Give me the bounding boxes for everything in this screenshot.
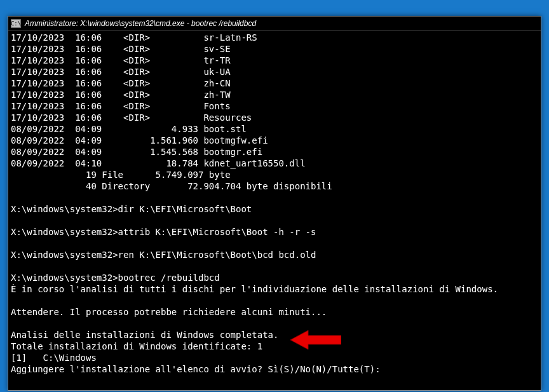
cmd-window: C:\ Amministratore: X:\windows\system32\… xyxy=(8,16,541,391)
cmd-3: ren K:\EFI\Microsoft\Boot\bcd bcd.old xyxy=(118,250,316,260)
prompt-3: X:\windows\system32> xyxy=(11,250,118,260)
summary-dirs: 40 Directory 72.904.704 byte disponibili xyxy=(11,181,332,191)
summary-files: 19 File 5.749.097 byte xyxy=(11,170,231,180)
cmd-2: attrib K:\EFI\Microsoft\Boot -h -r -s xyxy=(118,227,316,237)
msg-install-item: [1] C:\Windows xyxy=(11,353,97,363)
prompt-1: X:\windows\system32> xyxy=(11,204,118,214)
dir-listing: 17/10/2023 16:06 <DIR> sr-Latn-RS 17/10/… xyxy=(11,32,538,169)
msg-total: Totale installazioni di Windows identifi… xyxy=(11,341,262,351)
msg-wait: Attendere. Il processo potrebbe richiede… xyxy=(11,307,327,317)
msg-scan: È in corso l'analisi di tutti i dischi p… xyxy=(11,284,498,294)
cmd-1: dir K:\EFI\Microsoft\Boot xyxy=(118,204,252,214)
msg-add-prompt: Aggiungere l'installazione all'elenco di… xyxy=(11,364,381,374)
prompt-2: X:\windows\system32> xyxy=(11,227,118,237)
msg-done: Analisi delle installazioni di Windows c… xyxy=(11,330,278,340)
cmd-icon: C:\ xyxy=(11,19,21,28)
window-title: Amministratore: X:\windows\system32\cmd.… xyxy=(25,19,256,28)
prompt-4: X:\windows\system32> xyxy=(11,273,118,283)
cmd-4: bootrec /rebuildbcd xyxy=(118,273,220,283)
terminal-output[interactable]: 17/10/2023 16:06 <DIR> sr-Latn-RS 17/10/… xyxy=(8,30,541,390)
title-bar[interactable]: C:\ Amministratore: X:\windows\system32\… xyxy=(8,17,541,30)
